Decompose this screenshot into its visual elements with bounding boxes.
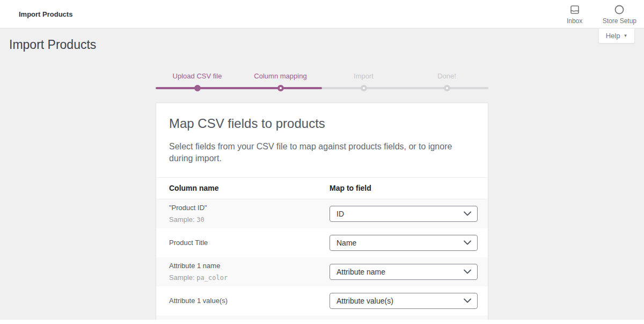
step-dot-upload bbox=[194, 85, 201, 91]
card-description: Select fields from your CSV file to map … bbox=[169, 141, 475, 165]
step-dot-import bbox=[361, 85, 367, 91]
step-column-mapping[interactable]: Column mapping bbox=[239, 73, 322, 80]
chevron-down-icon bbox=[464, 298, 471, 303]
csv-column-sample: Sample: pa_color bbox=[169, 273, 330, 282]
table-row: Attribute 1 visible Sample: 1 Attribute … bbox=[156, 315, 488, 320]
topbar-title: Import Products bbox=[19, 10, 72, 18]
map-to-field-header: Map to field bbox=[330, 184, 475, 192]
viewport-bottom-strip bbox=[0, 320, 644, 324]
inbox-button[interactable]: Inbox bbox=[563, 4, 587, 25]
inbox-icon bbox=[569, 4, 580, 15]
table-row: "Product ID" Sample: 30 ID bbox=[156, 199, 488, 228]
csv-column-name: Attribute 1 value(s) bbox=[169, 297, 330, 305]
topbar-actions: Inbox Store Setup bbox=[563, 3, 636, 25]
step-dot-mapping bbox=[277, 85, 284, 91]
stepper-track bbox=[156, 84, 488, 92]
column-name-header: Column name bbox=[169, 184, 330, 192]
map-to-field-select[interactable]: Attribute name bbox=[330, 264, 478, 280]
topbar: Import Products Inbox Store Setup Help ▼ bbox=[0, 0, 644, 28]
card-title: Map CSV fields to products bbox=[169, 116, 475, 132]
selected-field: Attribute name bbox=[336, 268, 385, 276]
table-row: Attribute 1 value(s) Attribute value(s) bbox=[156, 286, 488, 315]
step-upload-csv[interactable]: Upload CSV file bbox=[156, 73, 239, 80]
page-title: Import Products bbox=[0, 28, 644, 53]
map-to-field-select[interactable]: Attribute value(s) bbox=[330, 293, 478, 309]
selected-field: Attribute value(s) bbox=[336, 297, 393, 305]
stepper-labels: Upload CSV file Column mapping Import Do… bbox=[156, 73, 488, 80]
chevron-down-icon: ▼ bbox=[623, 34, 627, 38]
csv-column-name: Attribute 1 name bbox=[169, 262, 330, 270]
help-label: Help bbox=[606, 32, 620, 40]
progress-bar-fill bbox=[156, 87, 322, 89]
main-content: Import Products Upload CSV file Column m… bbox=[0, 28, 644, 320]
selected-field: Name bbox=[336, 239, 356, 247]
map-to-field-select[interactable]: Name bbox=[330, 235, 478, 251]
mapping-table-header: Column name Map to field bbox=[156, 178, 488, 199]
chevron-down-icon bbox=[464, 240, 471, 245]
store-setup-button[interactable]: Store Setup bbox=[603, 4, 636, 25]
mapping-card: Map CSV fields to products Select fields… bbox=[156, 103, 488, 320]
map-to-field-select[interactable]: ID bbox=[330, 206, 478, 222]
table-row: Product Title Name bbox=[156, 228, 488, 257]
table-row: Attribute 1 name Sample: pa_color Attrib… bbox=[156, 257, 488, 286]
import-progress-stepper: Upload CSV file Column mapping Import Do… bbox=[156, 73, 488, 92]
csv-column-name: Product Title bbox=[169, 239, 330, 247]
step-done: Done! bbox=[405, 73, 488, 80]
store-setup-label: Store Setup bbox=[603, 17, 636, 25]
csv-column-name: "Product ID" bbox=[169, 204, 330, 212]
store-setup-icon bbox=[614, 4, 625, 15]
csv-column-sample: Sample: 30 bbox=[169, 215, 330, 224]
help-dropdown-button[interactable]: Help ▼ bbox=[598, 28, 635, 44]
chevron-down-icon bbox=[464, 211, 471, 216]
step-import: Import bbox=[322, 73, 405, 80]
sample-value: pa_color bbox=[196, 274, 228, 282]
selected-field: ID bbox=[336, 210, 344, 218]
chevron-down-icon bbox=[464, 269, 471, 274]
mapping-card-header: Map CSV fields to products Select fields… bbox=[156, 103, 488, 178]
sample-value: 30 bbox=[196, 216, 204, 224]
inbox-label: Inbox bbox=[567, 17, 582, 25]
step-dot-done bbox=[444, 85, 450, 91]
